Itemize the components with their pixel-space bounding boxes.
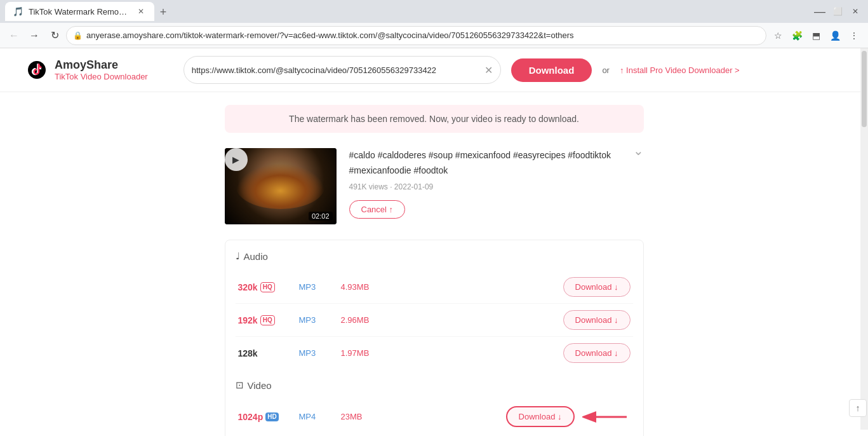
video-section-title: ⊡ Video	[236, 379, 633, 391]
video-title-text: Video	[248, 380, 272, 391]
download-button-1024p[interactable]: Download ↓	[506, 406, 575, 427]
chrome-extensions-button[interactable]: 🧩	[788, 27, 806, 44]
audio-row-192k: 192k HQ MP3 2.96MB Download ↓	[236, 304, 633, 337]
maximize-button[interactable]: ⬜	[830, 4, 845, 19]
format-1024p: MP4	[299, 412, 331, 421]
video-info: #caldo #caldoderes #soup #mexicanfood #e…	[349, 148, 644, 224]
minimize-button[interactable]: —	[812, 4, 827, 19]
size-192k: 2.96MB	[341, 315, 553, 325]
audio-section-title: ♩ Audio	[236, 250, 633, 262]
hq-badge-320k: HQ	[260, 282, 275, 292]
video-meta: 491K views · 2022-01-09	[349, 182, 644, 191]
brand-name: AmoyShare	[55, 58, 148, 72]
success-banner: The watermark has been removed. Now, you…	[225, 105, 644, 133]
play-button[interactable]: ▶	[225, 148, 248, 171]
download-section: ♩ Audio 320k HQ MP3 4.93MB Download ↓	[225, 240, 644, 436]
split-screen-button[interactable]: ⬒	[807, 27, 825, 44]
window-controls: — ⬜ ✕	[812, 4, 863, 19]
video-section-icon: ⊡	[236, 379, 244, 391]
menu-button[interactable]: ⋮	[845, 27, 863, 44]
or-separator: or	[602, 65, 610, 75]
quality-320k: 320k HQ	[238, 282, 289, 292]
video-row-1024p-container: 1024p HD MP4 23MB Download ↓	[236, 400, 633, 433]
quality-1024p: 1024p HD	[238, 412, 289, 422]
hd-badge-1024p: HD	[265, 412, 278, 421]
audio-row-128k: 128k MP3 1.97MB Download ↓	[236, 337, 633, 369]
success-message: The watermark has been removed. Now, you…	[289, 114, 579, 124]
video-row-1024p: 1024p HD MP4 23MB Download ↓	[236, 400, 577, 433]
brand-subtitle: TikTok Video Downloader	[55, 72, 148, 81]
tab-area: 🎵 TikTok Watermark Remover – Re... ✕ +	[5, 2, 810, 21]
scroll-to-top-button[interactable]: ↑	[849, 399, 867, 417]
main-content: The watermark has been removed. Now, you…	[212, 92, 657, 436]
arrow-svg	[582, 407, 633, 426]
video-section-downloads: ⊡ Video 1024p HD MP4 23MB Download ↓	[236, 379, 633, 433]
bookmark-this-tab-button[interactable]: ☆	[769, 27, 787, 44]
download-button-320k[interactable]: Download ↓	[563, 277, 631, 297]
red-arrow-indicator	[582, 407, 633, 426]
back-button[interactable]: ←	[5, 27, 23, 44]
url-input-area: ✕	[184, 56, 501, 84]
format-192k: MP3	[299, 315, 331, 325]
close-button[interactable]: ✕	[848, 4, 863, 19]
audio-icon: ♩	[236, 250, 240, 262]
cancel-button[interactable]: Cancel ↑	[349, 200, 406, 219]
page-content: AmoyShare TikTok Video Downloader ✕ Down…	[0, 48, 868, 436]
title-bar: 🎵 TikTok Watermark Remover – Re... ✕ + —…	[0, 0, 868, 23]
forward-button[interactable]: →	[25, 27, 43, 44]
download-button-128k[interactable]: Download ↓	[563, 343, 631, 363]
download-button-192k[interactable]: Download ↓	[563, 310, 631, 330]
tiktok-logo	[25, 58, 48, 81]
video-tags: #caldo #caldoderes #soup #mexicanfood #e…	[349, 148, 644, 179]
logo-area: AmoyShare TikTok Video Downloader	[25, 58, 148, 81]
video-info-row: ▶ 02:02 #caldo #caldoderes #soup #mexica…	[225, 148, 644, 224]
audio-section: ♩ Audio 320k HQ MP3 4.93MB Download ↓	[236, 250, 633, 369]
site-header: AmoyShare TikTok Video Downloader ✕ Down…	[0, 48, 868, 92]
browser-window: 🎵 TikTok Watermark Remover – Re... ✕ + —…	[0, 0, 868, 48]
tab-close-button[interactable]: ✕	[135, 6, 147, 17]
tab-favicon: 🎵	[13, 6, 23, 17]
new-tab-button[interactable]: +	[154, 3, 172, 21]
security-icon: 🔒	[73, 31, 83, 40]
scrollbar-thumb[interactable]	[862, 51, 867, 127]
hq-badge-192k: HQ	[260, 315, 275, 325]
audio-title-text: Audio	[244, 251, 268, 262]
format-128k: MP3	[299, 348, 331, 358]
tab-title: TikTok Watermark Remover – Re...	[29, 7, 130, 17]
format-320k: MP3	[299, 282, 331, 292]
nav-bar: ← → ↻ 🔒 anyerase.amoyshare.com/tiktok-wa…	[0, 23, 868, 48]
address-text: anyerase.amoyshare.com/tiktok-watermark-…	[86, 31, 759, 40]
size-128k: 1.97MB	[341, 348, 553, 358]
size-1024p: 23MB	[341, 412, 496, 421]
main-download-button[interactable]: Download	[511, 58, 592, 82]
quality-128k: 128k	[238, 348, 289, 358]
size-320k: 4.93MB	[341, 282, 553, 292]
install-pro-link[interactable]: ↑ Install Pro Video Downloader >	[620, 65, 740, 75]
scrollbar[interactable]: ↑	[860, 48, 868, 430]
brand-info: AmoyShare TikTok Video Downloader	[55, 58, 148, 81]
clear-input-button[interactable]: ✕	[484, 64, 493, 76]
active-tab[interactable]: 🎵 TikTok Watermark Remover – Re... ✕	[5, 2, 154, 21]
profile-button[interactable]: 👤	[826, 27, 844, 44]
video-duration: 02:02	[309, 212, 333, 221]
nav-actions: ☆ 🧩 ⬒ 👤 ⋮	[769, 27, 863, 44]
address-bar[interactable]: 🔒 anyerase.amoyshare.com/tiktok-watermar…	[66, 26, 766, 45]
url-input[interactable]	[192, 65, 479, 75]
video-thumbnail: ▶ 02:02	[225, 148, 337, 224]
quality-192k: 192k HQ	[238, 315, 289, 325]
reload-button[interactable]: ↻	[46, 27, 63, 44]
collapse-button[interactable]: ⌄	[633, 143, 644, 158]
audio-row-320k: 320k HQ MP3 4.93MB Download ↓	[236, 271, 633, 304]
